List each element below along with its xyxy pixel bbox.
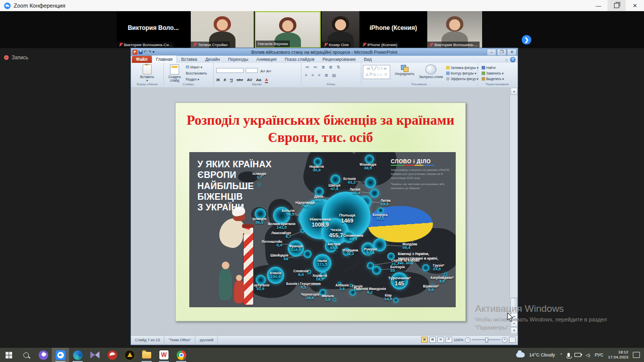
arrange-button[interactable]: Упорядочить	[392, 64, 417, 76]
recording-label: Запись	[12, 55, 28, 60]
collapse-ribbon-icon[interactable]: △	[505, 58, 508, 62]
participant-tile[interactable]: Виктория Воло...Виктория Волошина-Си...	[117, 11, 190, 48]
zoom-out-button[interactable]: −	[465, 337, 470, 343]
participant-tile[interactable]: Виктория Волошина-...	[427, 11, 482, 48]
section-button[interactable]: Раздел ▾	[186, 78, 199, 82]
paste-button[interactable]: Вставить▾	[140, 64, 154, 83]
scroll-up-icon[interactable]: ▲	[511, 88, 518, 95]
ribbon-tab-вставка[interactable]: Вставка	[177, 56, 201, 63]
participant-strip: Виктория Воло...Виктория Волошина-Си...Т…	[0, 11, 644, 48]
country-label: Ліхтенштейн0,4	[261, 240, 282, 248]
slide-scrollbar[interactable]: ▲ ⏶ ⏷ ▼	[510, 87, 517, 335]
slide-sorter-button[interactable]: ▦	[429, 337, 436, 343]
language-switcher[interactable]: РУС	[595, 352, 603, 357]
slovoidilo-logo: СЛОВО і ДІЛО	[391, 158, 451, 164]
zoom-in-button[interactable]: +	[502, 337, 507, 343]
slideshow-button[interactable]: 🗗	[446, 337, 452, 343]
speaker-icon[interactable]: ◁)	[586, 353, 590, 357]
wps-office-icon[interactable]: W	[155, 348, 173, 362]
ppt-minimize-button[interactable]: –	[487, 49, 496, 56]
muted-mic-icon	[362, 43, 366, 47]
ribbon-tab-анимация[interactable]: Анимация	[252, 56, 281, 63]
replace-button[interactable]: Заменить ▾	[482, 71, 503, 76]
reading-view-button[interactable]: ▤	[437, 337, 444, 343]
muted-mic-icon	[119, 43, 122, 47]
participant-name-label: Тетяна Стройко	[191, 42, 230, 48]
shape-fill-button[interactable]: Заливка фигуры ▾	[446, 65, 479, 70]
normal-view-button[interactable]: ▣	[421, 337, 428, 343]
country-bubble	[372, 266, 381, 275]
country-label: Болгарія55	[390, 265, 405, 273]
battery-icon[interactable]	[574, 353, 581, 357]
help-icon[interactable]: ?	[510, 57, 516, 62]
logo-underline	[391, 165, 434, 166]
country-label: Швейцарія68	[270, 254, 288, 262]
aimp-icon[interactable]	[121, 348, 138, 362]
map-legend: Біженці з України, зареєстровані в країн…	[387, 251, 451, 265]
shape-outline-button[interactable]: Контур фигуры ▾	[446, 71, 477, 76]
select-button[interactable]: Выделить ▾	[482, 77, 504, 82]
fit-to-window-button[interactable]: ⛶	[509, 337, 516, 343]
tray-mic-icon[interactable]	[567, 353, 570, 357]
shapes-gallery[interactable]: ▭ ╲ ╱ □ ○ ▱△ ▽ ◇ ↓ ← ☆	[363, 65, 390, 79]
participant-video-avatar	[282, 20, 293, 31]
zoom-slider[interactable]	[472, 339, 500, 340]
restore-button[interactable]	[607, 0, 626, 11]
ribbon-tab-дизайн[interactable]: Дизайн	[201, 56, 224, 63]
download-manager-icon[interactable]	[104, 348, 121, 362]
edge-icon[interactable]	[69, 348, 86, 362]
chrome-icon[interactable]	[173, 348, 190, 362]
ribbon-tab-вид[interactable]: Вид	[360, 56, 376, 63]
participant-tile[interactable]: Козяр Оля	[322, 11, 359, 48]
quick-styles-button[interactable]: Экспресс-стили	[418, 64, 444, 79]
ppt-close-button[interactable]: ✕	[507, 49, 517, 56]
start-button[interactable]	[0, 348, 17, 362]
tray-chevron-icon[interactable]: ⌃	[559, 353, 563, 357]
next-participants-button[interactable]: ❯	[522, 35, 531, 45]
minimize-button[interactable]: —	[589, 0, 607, 11]
country-label: Португалія52,9	[251, 283, 269, 292]
country-bubble	[365, 177, 376, 188]
ribbon-tab-главная[interactable]: Главная	[152, 55, 177, 63]
zoom-app-icon[interactable]	[52, 348, 69, 362]
group-drawing: ▭ ╲ ╱ □ ○ ▱△ ▽ ◇ ↓ ← ☆ Упорядочить Экспр…	[361, 63, 478, 86]
search-button[interactable]	[17, 348, 35, 362]
action-center-icon[interactable]	[633, 352, 640, 358]
list-buttons[interactable]: ≔ ≕ ≣ ≣ ⇅	[305, 65, 342, 69]
layout-button[interactable]: Макет ▾	[186, 65, 202, 69]
close-button[interactable]: ✕	[626, 0, 644, 11]
participant-tile[interactable]: iPhone (Ксения)iPhone (Ксения)	[360, 11, 426, 48]
participant-tile[interactable]: Наталія Вернюк	[255, 11, 321, 48]
weather-cloud-icon[interactable]	[516, 352, 525, 357]
italic-button: К	[224, 78, 226, 82]
group-font: A˄ A˅ Ж К Ч abc AV Aa А Шрифт	[213, 63, 301, 86]
country-label: Північна Македонія6,2	[354, 287, 386, 295]
country-bubble	[393, 298, 398, 303]
file-explorer-icon[interactable]	[138, 348, 155, 362]
ribbon-tab-показ-слайдов[interactable]: Показ слайдов	[281, 56, 319, 63]
new-slide-button[interactable]: Создать слайд	[165, 64, 184, 82]
country-label: Нідерланди79,2	[295, 201, 315, 209]
country-label: Австрія85,4	[328, 242, 341, 250]
aimp-icon-glyph	[124, 350, 135, 360]
ribbon-tab-рецензирование[interactable]: Рецензирование	[318, 56, 360, 63]
align-buttons[interactable]: ≡ ≡ ≡ ≣ ▤	[305, 73, 337, 78]
font-style-buttons[interactable]: Ж К Ч abc AV Aa А	[216, 74, 269, 83]
country-label: Туреччина*145	[388, 276, 411, 286]
kmplayer-icon[interactable]	[86, 348, 104, 362]
reset-button[interactable]: Восстановить	[186, 71, 207, 75]
find-button[interactable]: Найти	[482, 65, 496, 70]
shape-effects-button[interactable]: Эффекты фигур ▾	[446, 77, 479, 82]
language-indicator[interactable]: русский	[195, 336, 218, 344]
clock[interactable]: 18:12 17.04.2023	[608, 350, 628, 360]
ppt-restore-button[interactable]: ❐	[497, 49, 506, 56]
slide-canvas[interactable]: Розподіл українських біженців за країнам…	[175, 102, 466, 321]
zoom-slider-thumb[interactable]	[485, 338, 488, 343]
participant-display-name: Виктория Воло...	[117, 24, 190, 31]
weather-text[interactable]: 14°C Cloudy	[529, 352, 555, 357]
ribbon-tab-переходы[interactable]: Переходы	[224, 56, 252, 63]
font-name-combo[interactable]: A˄ A˅	[216, 65, 272, 75]
drop-app-icon[interactable]	[35, 348, 52, 362]
participant-tile[interactable]: Тетяна Стройко	[191, 11, 254, 48]
ribbon-tab-файл[interactable]: Файл	[132, 56, 152, 63]
